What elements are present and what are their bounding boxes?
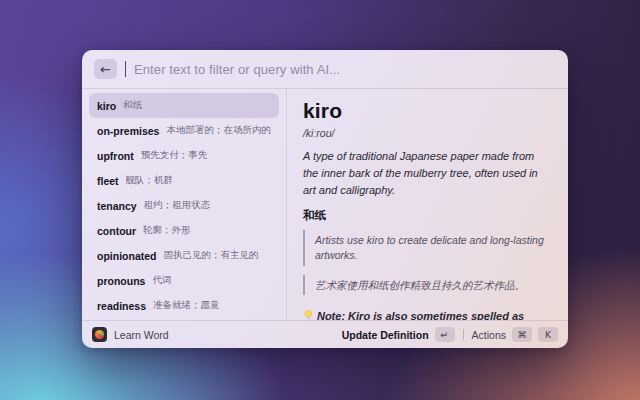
note-label: Note: Kiro is also sometimes spelled as … bbox=[303, 310, 543, 320]
definition-panel: kiro /kiːroʊ/ A type of traditional Japa… bbox=[287, 89, 568, 320]
list-item-upfront[interactable]: upfront预先支付；事先 bbox=[89, 143, 279, 168]
list-item-tenancy[interactable]: tenancy租约；租用状态 bbox=[89, 193, 279, 218]
search-input[interactable]: Enter text to filter or query with AI... bbox=[134, 62, 556, 77]
example-quotes: Artists use kiro to create delicate and … bbox=[303, 230, 552, 295]
example-quote-2: 艺术家使用和纸创作精致且持久的艺术作品。 bbox=[303, 275, 552, 296]
footer-bar: Learn Word Update Definition ↵ Actions ⌘… bbox=[82, 320, 568, 348]
note-text: Note: Kiro is also sometimes spelled as … bbox=[303, 307, 552, 320]
update-definition-button[interactable]: Update Definition bbox=[342, 329, 429, 341]
translation-heading: 和纸 bbox=[303, 208, 552, 223]
list-item-word: pronouns bbox=[97, 275, 145, 287]
main-content: kiro和纸on-premises本地部署的；在场所内的upfront预先支付；… bbox=[82, 89, 568, 320]
word-list: kiro和纸on-premises本地部署的；在场所内的upfront预先支付；… bbox=[82, 89, 287, 320]
word-title: kiro bbox=[303, 99, 552, 123]
list-item-fleet[interactable]: fleet舰队；机群 bbox=[89, 168, 279, 193]
k-key-badge: K bbox=[538, 327, 558, 342]
list-item-word: upfront bbox=[97, 150, 134, 162]
list-item-readiness[interactable]: readiness准备就绪；愿意 bbox=[89, 293, 279, 318]
list-item-word: kiro bbox=[97, 100, 116, 112]
pronunciation: /kiːroʊ/ bbox=[303, 127, 552, 139]
list-item-word: readiness bbox=[97, 300, 146, 312]
example-quote-1: Artists use kiro to create delicate and … bbox=[303, 230, 552, 265]
footer-divider bbox=[463, 329, 464, 340]
list-item-kiro[interactable]: kiro和纸 bbox=[89, 93, 279, 118]
definition-text: A type of traditional Japanese paper mad… bbox=[303, 148, 552, 199]
list-item-word: contour bbox=[97, 225, 136, 237]
list-item-word: on-premises bbox=[97, 125, 159, 137]
lightbulb-icon bbox=[303, 308, 314, 320]
list-item-pronouns[interactable]: pronouns代词 bbox=[89, 268, 279, 293]
list-item-translation: 舰队；机群 bbox=[126, 174, 174, 187]
app-name: Learn Word bbox=[114, 329, 169, 341]
desktop-background: ← Enter text to filter or query with AI.… bbox=[0, 0, 640, 400]
list-item-translation: 和纸 bbox=[123, 99, 142, 112]
learn-word-window: ← Enter text to filter or query with AI.… bbox=[82, 50, 568, 348]
back-button[interactable]: ← bbox=[94, 59, 117, 79]
list-item-word: tenancy bbox=[97, 200, 137, 212]
list-item-translation: 轮廓；外形 bbox=[143, 224, 191, 237]
actions-button[interactable]: Actions bbox=[472, 329, 506, 341]
back-arrow-icon: ← bbox=[100, 63, 111, 76]
list-item-translation: 准备就绪；愿意 bbox=[153, 299, 220, 312]
list-item-translation: 本地部署的；在场所内的 bbox=[166, 124, 271, 137]
list-item-translation: 预先支付；事先 bbox=[141, 149, 208, 162]
list-item-on-premises[interactable]: on-premises本地部署的；在场所内的 bbox=[89, 118, 279, 143]
list-item-opinionated[interactable]: opinionated固执己见的；有主见的 bbox=[89, 243, 279, 268]
list-item-translation: 租约；租用状态 bbox=[144, 199, 211, 212]
app-icon bbox=[92, 327, 107, 342]
search-bar: ← Enter text to filter or query with AI.… bbox=[82, 50, 568, 89]
cmd-key-badge: ⌘ bbox=[512, 327, 532, 342]
return-key-badge: ↵ bbox=[435, 327, 455, 342]
list-item-word: fleet bbox=[97, 175, 119, 187]
footer-actions: Update Definition ↵ Actions ⌘ K bbox=[342, 327, 558, 342]
list-item-translation: 固执己见的；有主见的 bbox=[164, 249, 259, 262]
list-item-contour[interactable]: contour轮廓；外形 bbox=[89, 218, 279, 243]
list-item-word: opinionated bbox=[97, 250, 157, 262]
text-cursor bbox=[125, 61, 126, 77]
list-item-translation: 代词 bbox=[152, 274, 171, 287]
